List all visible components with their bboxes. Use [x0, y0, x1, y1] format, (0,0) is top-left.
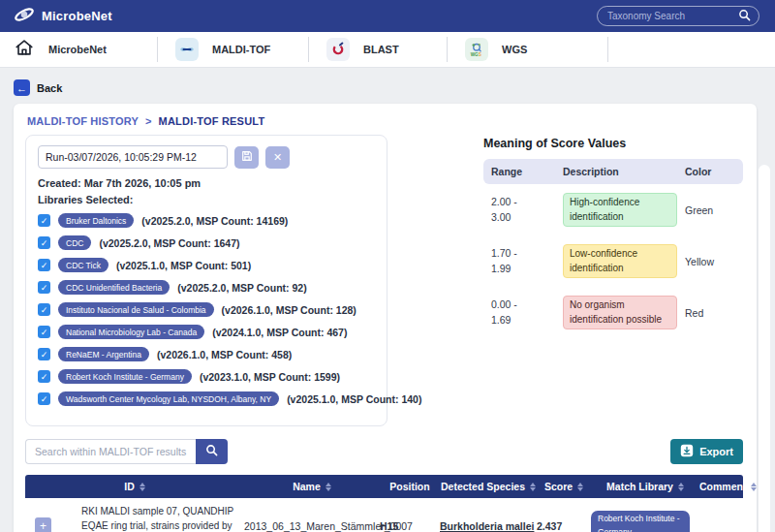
sort-icon[interactable]	[751, 483, 757, 491]
checkbox-checked-icon[interactable]: ✓	[38, 236, 50, 249]
nav-item-home[interactable]: MicrobeNet	[14, 32, 157, 67]
library-item: ✓ ReNaEM - Argentina (v2026.1.0, MSP Cou…	[38, 347, 375, 361]
checkbox-checked-icon[interactable]: ✓	[38, 281, 50, 294]
score-row-green: 2.00 -3.00 High-confidence identificatio…	[483, 184, 743, 235]
result-card: MALDI-TOF HISTORY > MALDI-TOF RESULT	[14, 104, 757, 532]
score-meaning-panel: Meaning of Score Values Range Descriptio…	[483, 135, 743, 338]
scrollbar-track[interactable]	[759, 165, 770, 532]
score-description-badge: High-confidence identification	[563, 193, 677, 227]
svg-text:WG: WG	[471, 52, 479, 57]
column-header-name[interactable]: Name	[244, 481, 380, 492]
breadcrumb-history-link[interactable]: MALDI-TOF HISTORY	[27, 115, 139, 127]
nav-divider	[607, 37, 608, 62]
save-icon	[241, 150, 253, 164]
back-button[interactable]: ← Back	[14, 79, 62, 96]
blast-icon	[326, 38, 350, 61]
nav-item-blast[interactable]: BLAST	[309, 32, 447, 67]
sort-icon[interactable]	[678, 483, 684, 491]
score-range: 2.00 -3.00	[491, 195, 555, 226]
library-badge: ReNaEM - Argentina	[58, 347, 149, 361]
library-item: ✓ CDC Tick (v2025.1.0, MSP Count: 501)	[38, 258, 375, 272]
column-header-id[interactable]: ID	[25, 481, 244, 492]
export-button[interactable]: Export	[670, 439, 743, 464]
results-table: ID Name Position Detected Species Score …	[25, 475, 743, 532]
row-match-library: Robert Koch Institute - Germany	[591, 511, 699, 532]
row-species-link[interactable]: Burkholderia mallei	[440, 520, 537, 532]
nav-label-maldi-tof: MALDI-TOF	[212, 44, 270, 55]
column-header-match-library[interactable]: Match Library	[591, 481, 699, 492]
library-item: ✓ Robert Koch Institute - Germany (v2023…	[38, 369, 375, 384]
score-col-description: Description	[563, 166, 677, 177]
row-id: RKI MALDI sample 07, QUANDHIP EQAE ring …	[81, 505, 244, 532]
sort-icon[interactable]	[530, 483, 536, 491]
svg-text:S: S	[479, 52, 481, 57]
search-icon[interactable]	[738, 8, 751, 25]
export-label: Export	[699, 446, 733, 457]
nav-label-wgs: WGS	[502, 44, 527, 55]
breadcrumb: MALDI-TOF HISTORY > MALDI-TOF RESULT	[25, 113, 743, 135]
results-toolbar: Export	[25, 439, 743, 464]
score-range: 0.00 -1.69	[491, 297, 555, 329]
results-search	[25, 439, 228, 464]
column-header-position[interactable]: Position	[380, 481, 440, 492]
wgs-icon: WG S	[465, 38, 488, 61]
score-row-red: 0.00 -1.69 No organism identification po…	[483, 287, 743, 338]
close-icon: ✕	[273, 151, 282, 164]
taxonomy-search-input[interactable]	[607, 11, 738, 21]
checkbox-checked-icon[interactable]: ✓	[38, 326, 50, 338]
row-name: 2013_06_13_Maren_Stämmler_0007	[244, 520, 380, 532]
library-details: (v2025.2.0, MSP Count: 92)	[177, 282, 306, 294]
export-icon	[680, 444, 694, 459]
library-item: ✓ Bruker Daltonics (v2025.2.0, MSP Count…	[38, 213, 375, 228]
expand-row-button[interactable]: +	[35, 517, 51, 532]
nav-label-blast: BLAST	[363, 44, 399, 55]
library-badge: CDC Tick	[58, 258, 108, 272]
results-search-button[interactable]	[196, 439, 228, 464]
library-details: (v2025.1.0, MSP Count: 501)	[116, 260, 251, 271]
arrow-left-icon: ←	[14, 79, 30, 96]
sort-icon[interactable]	[326, 483, 331, 491]
library-item: ✓ Instituto Nacional de Salud - Colombia…	[38, 302, 375, 317]
library-details: (v2023.1.0, MSP Count: 1599)	[200, 371, 340, 383]
column-header-comment[interactable]: Comment	[699, 481, 757, 492]
library-badge: Robert Koch Institute - Germany	[58, 369, 192, 384]
library-details: (v2025.1.0, MSP Count: 140)	[287, 393, 421, 405]
main-nav: MicrobeNet MALDI-TOF BLAST	[0, 32, 775, 68]
checkbox-checked-icon[interactable]: ✓	[38, 259, 50, 271]
nav-item-wgs[interactable]: WG S WGS	[448, 32, 607, 67]
nav-item-maldi-tof[interactable]: MALDI-TOF	[158, 32, 308, 67]
library-badge: CDC Unidentified Bacteria	[58, 280, 170, 295]
score-color-label: Green	[685, 204, 735, 216]
checkbox-checked-icon[interactable]: ✓	[38, 348, 50, 360]
cancel-rename-button[interactable]: ✕	[265, 146, 290, 169]
microbenet-logo-icon	[14, 4, 35, 29]
sort-icon[interactable]	[577, 483, 583, 491]
checkbox-checked-icon[interactable]: ✓	[38, 214, 50, 227]
run-name-input[interactable]	[38, 145, 228, 169]
results-search-input[interactable]	[25, 439, 196, 464]
checkbox-checked-icon[interactable]: ✓	[38, 303, 50, 316]
column-header-score[interactable]: Score	[537, 481, 591, 492]
breadcrumb-current: MALDI-TOF RESULT	[159, 115, 265, 127]
library-details: (v2024.1.0, MSP Count: 467)	[212, 327, 347, 338]
score-row-yellow: 1.70 -1.99 Low-confidence identification…	[483, 235, 743, 287]
save-run-name-button[interactable]	[234, 146, 259, 169]
sort-icon[interactable]	[140, 483, 145, 491]
row-position: H15	[380, 520, 440, 532]
run-created-text: Created: Mar 7th 2026, 10:05 pm	[38, 177, 375, 189]
column-header-detected-species[interactable]: Detected Species	[440, 481, 537, 492]
checkbox-checked-icon[interactable]: ✓	[38, 392, 50, 405]
library-badge: CDC	[58, 235, 91, 250]
score-col-range: Range	[491, 166, 555, 177]
taxonomy-search	[597, 6, 760, 26]
library-details: (v2025.2.0, MSP Count: 14169)	[141, 215, 288, 227]
score-description-badge: Low-confidence identification	[563, 244, 677, 278]
library-badge: Instituto Nacional de Salud - Colombia	[58, 302, 214, 317]
checkbox-checked-icon[interactable]: ✓	[38, 370, 50, 383]
score-description-badge: No organism identification possible	[563, 296, 677, 329]
brand[interactable]: MicrobeNet	[14, 4, 112, 29]
score-range: 1.70 -1.99	[491, 246, 555, 277]
back-label: Back	[37, 82, 62, 94]
library-details: (v2026.1.0, MSP Count: 458)	[157, 349, 292, 360]
library-badge: Wadsworth Center Mycology Lab, NYSDOH, A…	[58, 391, 279, 406]
